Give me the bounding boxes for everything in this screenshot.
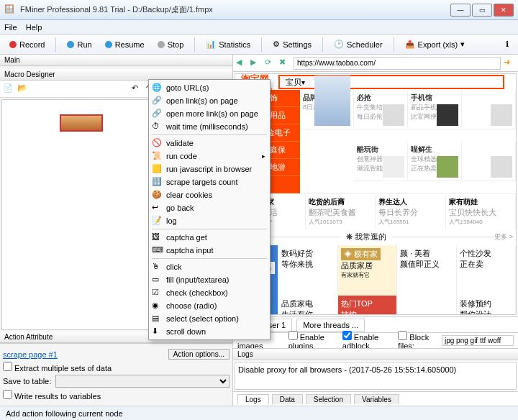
context-menu: 🌐goto URL(s) 🔗open link(s) on page 🔗open…	[148, 79, 271, 340]
guang-cell[interactable]: 热门TOP挂钩墙贴	[338, 296, 398, 315]
guang-cell[interactable]: ◈ 极有家品质家居有家就有它	[338, 245, 398, 296]
block-files-checkbox[interactable]: Block files:	[398, 331, 435, 350]
promo-cell[interactable]	[462, 90, 516, 129]
save-to-table-select[interactable]	[55, 375, 230, 388]
guang-cell[interactable]: 装修预约帮你设计	[457, 296, 517, 315]
tab-selection[interactable]: Selection	[306, 394, 351, 404]
guang-cell[interactable]	[397, 296, 457, 315]
open-project-icon[interactable]: 📂	[17, 83, 29, 95]
export-icon: 📤	[405, 40, 415, 49]
nav-go-icon[interactable]: ➜	[504, 58, 515, 69]
mid-card[interactable]: 吃货的后裔翻茶吧美食酱人气1011073	[306, 194, 376, 229]
promo-cell[interactable]: 必抢牛货集结每日必抢	[354, 90, 408, 129]
nav-forward-icon[interactable]: ▶	[250, 58, 262, 69]
mid-card[interactable]: 养生达人每日长养分人气165551	[376, 194, 446, 229]
promo-cell[interactable]: 酷玩街创意神器潮流智能	[354, 142, 408, 181]
promo-cell[interactable]: 手机馆新品手机比官网便宜	[408, 90, 462, 129]
scrape-node[interactable]	[60, 114, 103, 132]
mi-goto-url[interactable]: 🌐goto URL(s)	[149, 81, 270, 94]
select-icon: ▤	[152, 314, 162, 324]
settings-button[interactable]: ⚙Settings	[268, 37, 317, 51]
mi-clear-cookies[interactable]: 🍪clear cookies	[149, 188, 270, 201]
mi-run-js[interactable]: 🟨run javascript in browser	[149, 163, 270, 175]
nav-reload-icon[interactable]: ⟳	[265, 58, 276, 69]
action-attribute-panel: scrape page #1 Action options... Extract…	[0, 343, 232, 406]
logs-body[interactable]: Disable proxy for all browsers - (2017-0…	[235, 362, 517, 390]
mi-open-more-links[interactable]: 🔗open more link(s) on page	[149, 107, 270, 120]
extract-multi-checkbox[interactable]: Extract multiple sets of data	[3, 362, 112, 373]
undo-icon[interactable]: ↶	[132, 83, 143, 95]
mi-click[interactable]: 🖱click	[149, 260, 270, 273]
mid-card[interactable]: 家有萌娃宝贝快快长大人气1384040	[446, 194, 517, 229]
tab-logs[interactable]: Logs	[237, 394, 269, 404]
record-button[interactable]: Record	[4, 38, 50, 51]
globe-icon: 🌐	[152, 83, 162, 93]
mi-wait-time[interactable]: ⏱wait time (milliseconds)	[149, 120, 270, 133]
close-button[interactable]: ✕	[494, 4, 514, 17]
resume-button[interactable]: Resume	[100, 38, 150, 51]
tab-variables[interactable]: Variables	[354, 394, 399, 404]
action-options-button[interactable]: Action options...	[168, 349, 230, 360]
clock-icon: 🕑	[334, 40, 344, 49]
maximize-button[interactable]: ▭	[472, 4, 492, 17]
export-button[interactable]: 📤Export (xls) ▾	[400, 37, 471, 51]
mi-select[interactable]: ▤select (select option)	[149, 312, 270, 325]
main-panel-header: Main	[0, 55, 232, 66]
mi-check[interactable]: ☑check (checkbox)	[149, 286, 270, 299]
menu-help[interactable]: Help	[26, 23, 42, 32]
tab-data[interactable]: Data	[272, 394, 303, 404]
mi-choose[interactable]: ◉choose (radio)	[149, 299, 270, 312]
statusbar-text: Add action following current node	[6, 409, 123, 418]
ban-icon: 🚫	[152, 138, 162, 148]
scrape-page-link[interactable]: scrape page #1	[3, 350, 58, 359]
input-icon: ⌨	[152, 245, 162, 255]
textbox-icon: ▭	[152, 275, 162, 285]
enable-adblock-checkbox[interactable]: Enable adblock	[342, 331, 391, 350]
link-icon: 🔗	[152, 109, 162, 119]
minimize-button[interactable]: —	[450, 4, 471, 17]
new-project-icon[interactable]: 📄	[3, 83, 14, 95]
mi-log[interactable]: 📝log	[149, 214, 270, 227]
window-title: FMiner Professional 9.81 Trial - D:/Back…	[20, 4, 450, 15]
mi-go-back[interactable]: ↩go back	[149, 201, 270, 214]
logs-tabs: Logs Data Selection Variables	[233, 391, 518, 406]
run-button[interactable]: Run	[62, 38, 96, 51]
search-category[interactable]: 宝贝 ▾	[280, 76, 311, 88]
info-button[interactable]: ℹ	[501, 37, 514, 51]
guang-cell[interactable]: 个性沙发正在卖	[457, 245, 517, 296]
nav-back-icon[interactable]: ◀	[236, 58, 247, 69]
promo-cell[interactable]: 品牌精选新品8日新品首发	[300, 90, 354, 129]
log-icon: 📝	[152, 216, 162, 226]
write-results-checkbox[interactable]: Write results to variables	[3, 390, 101, 401]
block-files-input[interactable]	[442, 335, 514, 346]
menu-file[interactable]: File	[4, 23, 17, 32]
guang-cell[interactable]: 数码好货等你来挑	[278, 245, 338, 296]
statistics-button[interactable]: 📊Statistics	[201, 37, 255, 51]
url-input[interactable]	[294, 57, 501, 70]
mi-validate[interactable]: 🚫validate	[149, 137, 270, 150]
scheduler-button[interactable]: 🕑Scheduler	[329, 37, 388, 51]
mi-open-links[interactable]: 🔗open link(s) on page	[149, 94, 270, 107]
mi-fill[interactable]: ▭fill (input/textarea)	[149, 273, 270, 286]
count-icon: 🔢	[152, 177, 162, 187]
logs-panel: Logs Disable proxy for all browsers - (2…	[233, 348, 518, 406]
mi-run-code[interactable]: 📜run code	[149, 150, 270, 163]
promo-cell[interactable]	[462, 142, 516, 181]
taobao-search: 宝贝 ▾	[278, 75, 504, 89]
nav-stop-icon[interactable]: ✖	[279, 58, 291, 69]
logs-header: Logs	[233, 349, 518, 360]
browser-view[interactable]: 淘宝网 Taobao.com 宝贝 ▾ 家纺 / 家饰 二手车 / 用品 DIY…	[235, 73, 517, 315]
mi-scroll-down[interactable]: ⬇scroll down	[149, 325, 270, 338]
guang-cell[interactable]: 颜 · 美着颜值即正义	[397, 245, 457, 296]
mi-captcha-input[interactable]: ⌨captcha input	[149, 244, 270, 257]
guang-more[interactable]: 更多 >	[494, 232, 513, 242]
stop-button[interactable]: Stop	[153, 38, 189, 51]
more-threads-button[interactable]: More threads ...	[296, 319, 365, 332]
mi-captcha-get[interactable]: 🖼captcha get	[149, 231, 270, 244]
info-icon: ℹ	[506, 40, 509, 49]
mi-scrape-targets[interactable]: 🔢scrape targets count	[149, 175, 270, 188]
promo-cell[interactable]: 喵鲜生全球精选生鲜正在热卖	[408, 142, 462, 181]
app-icon: 🪟	[4, 4, 16, 16]
enable-plugins-checkbox[interactable]: Enable plugins	[288, 331, 335, 350]
guang-cell[interactable]: 品质家电生活有你	[278, 296, 338, 315]
